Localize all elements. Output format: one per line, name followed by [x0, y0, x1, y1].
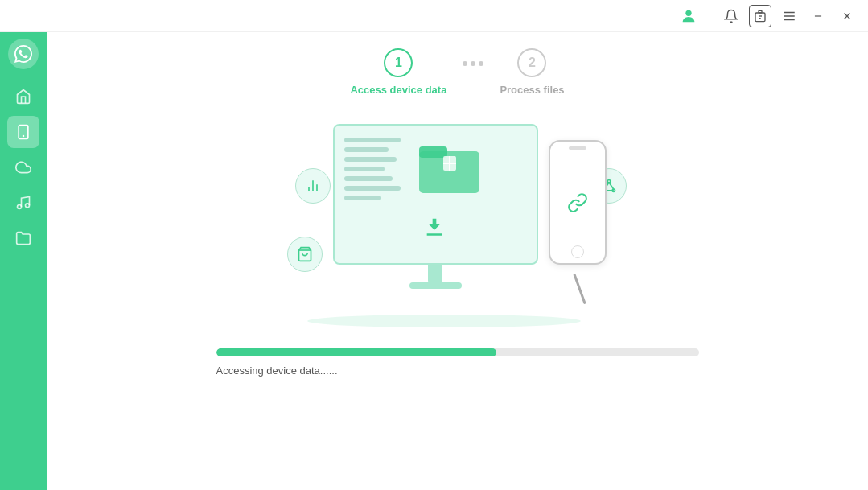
progress-section: Accessing device data......: [216, 348, 699, 377]
svg-rect-26: [419, 146, 447, 158]
sidebar-item-cloud[interactable]: [7, 151, 39, 183]
svg-line-23: [609, 183, 614, 189]
illustration: [265, 120, 651, 329]
dot-1: [463, 61, 467, 66]
monitor-screen: [333, 124, 538, 265]
sidebar-item-files[interactable]: [7, 222, 39, 254]
progress-status-text: Accessing device data......: [216, 364, 699, 377]
monitor-stand: [428, 265, 442, 282]
download-arrow-icon: [423, 215, 446, 243]
main-layout: 1 Access device data 2 Process files: [0, 32, 868, 490]
bell-icon[interactable]: [720, 5, 743, 27]
sidebar-item-music[interactable]: [7, 187, 39, 219]
step1-circle: 1: [384, 48, 413, 77]
phone-cable: [573, 274, 586, 305]
dot-3: [479, 61, 483, 66]
sidebar-item-phone[interactable]: [7, 116, 39, 148]
profile-icon[interactable]: [677, 5, 700, 27]
steps-container: 1 Access device data 2 Process files: [79, 48, 836, 96]
menu-icon[interactable]: [778, 5, 800, 27]
title-bar-controls: [677, 5, 858, 27]
svg-rect-2: [755, 13, 765, 22]
monitor-container: [333, 124, 538, 289]
title-bar: [0, 0, 868, 32]
sidebar-item-home[interactable]: [7, 80, 39, 113]
svg-point-0: [685, 10, 691, 15]
step-connector: [463, 61, 483, 66]
clipboard-icon[interactable]: [749, 5, 771, 27]
separator: [710, 9, 710, 23]
step-1: 1 Access device data: [350, 48, 446, 96]
progress-bar-container: [216, 348, 699, 356]
dot-2: [471, 61, 475, 66]
shadow-ellipse: [307, 315, 581, 327]
sidebar: [0, 32, 47, 490]
minimize-icon[interactable]: [807, 5, 829, 27]
svg-point-13: [18, 205, 22, 209]
basket-float-icon: [287, 237, 323, 272]
step2-label: Process files: [500, 84, 564, 96]
step-2: 2 Process files: [500, 48, 564, 96]
step2-circle: 2: [517, 48, 546, 77]
svg-point-14: [26, 204, 30, 208]
step1-label: Access device data: [350, 84, 446, 96]
monitor-base: [409, 282, 462, 289]
main-content: 1 Access device data 2 Process files: [47, 32, 868, 490]
close-icon[interactable]: [836, 5, 858, 27]
app-logo: [8, 39, 39, 69]
svg-point-19: [607, 180, 610, 183]
screen-lines: [344, 138, 401, 200]
folder-icon: [419, 140, 483, 200]
chart-float-icon: [295, 168, 331, 204]
progress-bar-fill: [216, 348, 496, 356]
phone-device: [549, 140, 607, 265]
